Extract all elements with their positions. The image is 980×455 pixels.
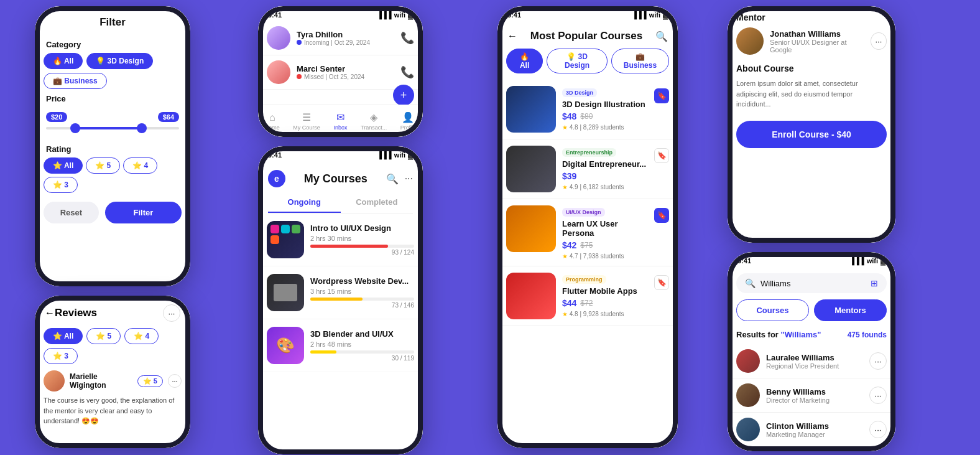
category-3d[interactable]: 💡 3D Design	[86, 53, 153, 69]
inbox-avatar-2	[267, 60, 290, 84]
call-icon-2[interactable]: 📞	[400, 65, 414, 79]
mentor-result-3[interactable]: Clinton Williams Marketing Manager ···	[728, 413, 895, 447]
mentor-name: Jonathan Williams	[770, 29, 864, 39]
pop-course-3[interactable]: UI/UX Design Learn UX User Persona $42 $…	[497, 199, 678, 266]
nav-profile-label: Profile	[400, 124, 417, 131]
pop-price-3: $42	[562, 240, 576, 250]
course-prog-3: 30 / 119	[310, 355, 414, 362]
call-icon-1[interactable]: 📞	[400, 31, 414, 45]
pop-price-old-4: $72	[580, 299, 593, 307]
pop-course-2[interactable]: Entrepreneurship Digital Entrepreneur...…	[497, 139, 678, 199]
pop-cat-all[interactable]: 🔥 All	[506, 49, 543, 73]
pop-tag-2: Entrepreneurship	[562, 148, 616, 157]
mentor-info: Jonathan Williams Senior UI/UX Designer …	[736, 27, 887, 55]
result-avatar-2	[736, 383, 760, 407]
bookmark-icon-3[interactable]: 🔖	[654, 208, 669, 223]
popular-back-icon[interactable]: ←	[507, 30, 517, 42]
reviewer-name: Marielle Wigington	[70, 372, 132, 390]
more-icon[interactable]: ···	[163, 304, 180, 322]
reviewer-more-icon[interactable]: ···	[168, 374, 182, 388]
popular-categories: 🔥 All 💡 3D Design 💼 Business	[497, 49, 678, 80]
mentor-msg-icon[interactable]: ···	[871, 32, 887, 50]
result-avatar-1	[736, 349, 760, 373]
search-magnify-icon: 🔍	[745, 278, 756, 288]
category-all[interactable]: 🔥 All	[44, 53, 83, 69]
result-avatar-3	[736, 418, 760, 441]
search-tab-courses[interactable]: Courses	[736, 299, 809, 321]
course-card-1[interactable]: Intro to UI/UX Design 2 hrs 30 mins 93 /…	[258, 213, 423, 266]
phone-inbox: 9:41 ▐▐▐ wifi ▓ Tyra Dhillon Incoming | …	[258, 6, 423, 137]
mentor-result-4[interactable]: Sanjuanita Williams Manager, Solution En…	[728, 447, 895, 451]
rev-3[interactable]: ⭐ 3	[44, 348, 78, 364]
result-msg-3[interactable]: ···	[869, 421, 887, 438]
bookmark-icon-2[interactable]: 🔖	[654, 148, 669, 163]
pop-cat-3d[interactable]: 💡 3D Design	[547, 49, 608, 73]
nav-transact[interactable]: ◈ Transact...	[361, 111, 387, 131]
pop-course-img-3	[506, 205, 556, 252]
pop-course-1[interactable]: 3D Design 3D Design Illustration $48 $80…	[497, 80, 678, 139]
profile-icon: 👤	[402, 111, 414, 123]
enroll-button[interactable]: Enroll Course - $40	[736, 121, 887, 148]
rating-4[interactable]: ⭐ 4	[123, 157, 157, 174]
price-label: Price	[35, 89, 190, 107]
pop-battery-icon: ▓	[663, 11, 668, 19]
pop-wifi-icon: wifi	[649, 11, 660, 19]
course-card-2[interactable]: Wordpress Website Dev... 3 hrs 15 mins 7…	[258, 266, 423, 319]
tab-ongoing[interactable]: Ongoing	[268, 192, 341, 213]
mentor-result-1[interactable]: Lauralee Williams Regional Vice Presiden…	[728, 344, 895, 378]
inbox-icon: ✉	[336, 111, 344, 123]
nav-profile[interactable]: 👤 Profile	[400, 111, 417, 131]
result-role-1: Regional Vice President	[766, 362, 839, 370]
pop-course-name-3: Learn UX User Persona	[562, 219, 648, 238]
pop-course-4[interactable]: Programming Flutter Mobile Apps $44 $72 …	[497, 266, 678, 326]
pop-tag-4: Programming	[562, 275, 606, 284]
rating-all[interactable]: ⭐ All	[44, 157, 83, 174]
filter-title: Filter	[35, 6, 190, 35]
pop-price-1: $48	[562, 111, 576, 121]
tab-completed[interactable]: Completed	[341, 192, 414, 213]
search-input[interactable]	[760, 279, 866, 288]
result-msg-1[interactable]: ···	[869, 352, 887, 370]
search-bar[interactable]: 🔍 ⊞	[736, 273, 887, 293]
bookmark-icon-1[interactable]: 🔖	[654, 88, 669, 103]
home-icon: ⌂	[269, 112, 275, 123]
popular-search-icon[interactable]: 🔍	[655, 30, 668, 42]
pop-price-2: $39	[562, 171, 576, 181]
mentor-avatar	[736, 27, 764, 55]
course-dur-3: 2 hrs 48 mins	[310, 340, 414, 348]
back-arrow-icon[interactable]: ←	[45, 307, 55, 319]
search-icon[interactable]: 🔍	[386, 173, 399, 185]
status-time: 9:41	[268, 11, 282, 19]
grid-icon[interactable]: ⊞	[871, 278, 878, 288]
result-msg-2[interactable]: ···	[869, 387, 887, 404]
category-business[interactable]: 💼 Business	[44, 73, 107, 89]
filter-button[interactable]: Filter	[105, 202, 182, 223]
pop-course-img-1	[506, 86, 556, 133]
popular-time: 9:41	[507, 11, 521, 19]
course-card-3[interactable]: 🎨 3D Blender and UI/UX 2 hrs 48 mins 30 …	[258, 319, 423, 372]
rev-5[interactable]: ⭐ 5	[86, 328, 121, 344]
pop-price-4: $44	[562, 298, 576, 308]
mentor-result-2[interactable]: Benny Williams Director of Marketing ···	[728, 378, 895, 413]
search-tab-mentors[interactable]: Mentors	[814, 299, 887, 321]
bookmark-icon-4[interactable]: 🔖	[654, 275, 669, 290]
inbox-item-1[interactable]: Tyra Dhillon Incoming | Oct 29, 2024 📞	[258, 21, 423, 55]
rev-4[interactable]: ⭐ 4	[124, 328, 159, 344]
pop-cat-biz[interactable]: 💼 Business	[611, 49, 669, 73]
rating-3[interactable]: ⭐ 3	[44, 177, 78, 193]
rating-filters: ⭐ All ⭐ 5 ⭐ 4 ⭐ 3	[35, 157, 190, 193]
compose-fab[interactable]: +	[393, 85, 414, 106]
pop-signal-icon: ▐▐▐	[632, 11, 646, 19]
nav-mycourse[interactable]: ☰ My Course	[293, 111, 320, 131]
reset-button[interactable]: Reset	[44, 202, 99, 223]
more-options-icon[interactable]: ···	[405, 173, 413, 185]
nav-home[interactable]: ⌂ Home	[265, 112, 280, 131]
rating-5[interactable]: ⭐ 5	[86, 157, 120, 174]
rev-all[interactable]: ⭐ All	[44, 328, 83, 344]
nav-inbox[interactable]: ✉ Inbox	[333, 111, 347, 131]
pop-rating-1: ★ 4.8 | 8,289 students	[562, 124, 648, 131]
price-slider-track[interactable]	[46, 127, 179, 129]
phone-detail: Mentor Jonathan Williams Senior UI/UX De…	[728, 6, 895, 243]
inbox-item-2[interactable]: Marci Senter Missed | Oct 25, 2024 📞	[258, 55, 423, 90]
transaction-icon: ◈	[370, 111, 377, 123]
